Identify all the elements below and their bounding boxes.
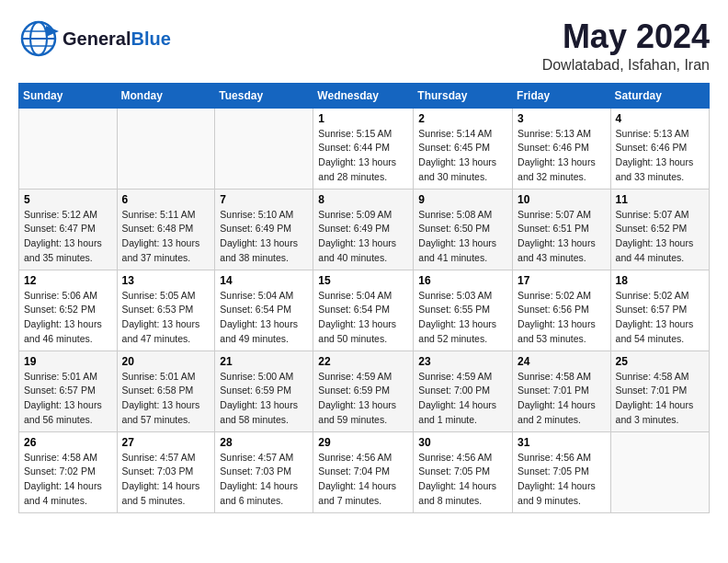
day-number: 21 [220,355,308,368]
day-info: Sunrise: 4:56 AMSunset: 7:04 PMDaylight:… [318,451,408,509]
calendar-cell: 12Sunrise: 5:06 AMSunset: 6:52 PMDayligh… [19,270,118,350]
calendar-cell: 31Sunrise: 4:56 AMSunset: 7:05 PMDayligh… [513,431,611,512]
logo-general: General [63,29,131,49]
day-info: Sunrise: 4:58 AMSunset: 7:02 PMDaylight:… [24,451,112,509]
day-number: 24 [518,355,606,368]
day-number: 17 [518,274,606,287]
calendar-cell: 30Sunrise: 4:56 AMSunset: 7:05 PMDayligh… [414,431,513,512]
day-number: 3 [518,112,606,125]
day-info: Sunrise: 5:13 AMSunset: 6:46 PMDaylight:… [616,127,704,185]
day-number: 26 [24,436,112,449]
location-title: Dowlatabad, Isfahan, Iran [542,57,710,74]
calendar-cell: 20Sunrise: 5:01 AMSunset: 6:58 PMDayligh… [117,350,215,431]
day-info: Sunrise: 5:05 AMSunset: 6:53 PMDaylight:… [122,289,210,347]
day-number: 18 [616,274,704,287]
day-number: 28 [220,436,308,449]
weekday-wednesday: Wednesday [313,83,414,108]
day-info: Sunrise: 5:01 AMSunset: 6:58 PMDaylight:… [122,370,210,428]
calendar-cell: 28Sunrise: 4:57 AMSunset: 7:03 PMDayligh… [215,431,313,512]
day-number: 12 [24,274,112,287]
day-info: Sunrise: 4:57 AMSunset: 7:03 PMDaylight:… [122,451,210,509]
day-number: 27 [122,436,210,449]
calendar-week-2: 5Sunrise: 5:12 AMSunset: 6:47 PMDaylight… [19,189,710,270]
day-number: 20 [122,355,210,368]
day-info: Sunrise: 5:15 AMSunset: 6:44 PMDaylight:… [318,127,408,185]
calendar-week-1: 1Sunrise: 5:15 AMSunset: 6:44 PMDaylight… [19,108,710,189]
day-info: Sunrise: 5:04 AMSunset: 6:54 PMDaylight:… [318,289,408,347]
day-number: 14 [220,274,308,287]
calendar-cell: 21Sunrise: 5:00 AMSunset: 6:59 PMDayligh… [215,350,313,431]
weekday-friday: Friday [513,83,611,108]
day-info: Sunrise: 4:56 AMSunset: 7:05 PMDaylight:… [418,451,507,509]
calendar-cell: 10Sunrise: 5:07 AMSunset: 6:51 PMDayligh… [513,189,611,270]
logo-icon [18,18,59,59]
calendar-cell: 24Sunrise: 4:58 AMSunset: 7:01 PMDayligh… [513,350,611,431]
day-info: Sunrise: 4:59 AMSunset: 7:00 PMDaylight:… [418,370,507,428]
page-header: GeneralBlue May 2024 Dowlatabad, Isfahan… [18,18,710,74]
month-title: May 2024 [542,18,710,55]
calendar-cell: 26Sunrise: 4:58 AMSunset: 7:02 PMDayligh… [19,431,118,512]
day-number: 25 [616,355,704,368]
day-info: Sunrise: 4:59 AMSunset: 6:59 PMDaylight:… [318,370,408,428]
weekday-monday: Monday [117,83,215,108]
day-info: Sunrise: 5:10 AMSunset: 6:49 PMDaylight:… [220,208,308,266]
day-number: 8 [318,193,408,206]
day-number: 29 [318,436,408,449]
calendar-table: SundayMondayTuesdayWednesdayThursdayFrid… [18,83,710,513]
day-number: 11 [616,193,704,206]
day-info: Sunrise: 5:14 AMSunset: 6:45 PMDaylight:… [418,127,507,185]
day-number: 19 [24,355,112,368]
day-number: 4 [616,112,704,125]
calendar-week-5: 26Sunrise: 4:58 AMSunset: 7:02 PMDayligh… [19,431,710,512]
day-info: Sunrise: 5:07 AMSunset: 6:52 PMDaylight:… [616,208,704,266]
calendar-cell [215,108,313,189]
day-number: 31 [518,436,606,449]
weekday-sunday: Sunday [19,83,118,108]
day-info: Sunrise: 4:58 AMSunset: 7:01 PMDaylight:… [616,370,704,428]
day-info: Sunrise: 5:00 AMSunset: 6:59 PMDaylight:… [220,370,308,428]
day-number: 1 [318,112,408,125]
day-info: Sunrise: 4:56 AMSunset: 7:05 PMDaylight:… [518,451,606,509]
day-info: Sunrise: 5:03 AMSunset: 6:55 PMDaylight:… [418,289,507,347]
day-info: Sunrise: 4:58 AMSunset: 7:01 PMDaylight:… [518,370,606,428]
day-info: Sunrise: 5:06 AMSunset: 6:52 PMDaylight:… [24,289,112,347]
day-number: 15 [318,274,408,287]
day-number: 23 [418,355,507,368]
day-number: 13 [122,274,210,287]
calendar-cell: 15Sunrise: 5:04 AMSunset: 6:54 PMDayligh… [313,270,414,350]
title-area: May 2024 Dowlatabad, Isfahan, Iran [542,18,710,74]
calendar-cell: 5Sunrise: 5:12 AMSunset: 6:47 PMDaylight… [19,189,118,270]
day-number: 6 [122,193,210,206]
calendar-cell: 3Sunrise: 5:13 AMSunset: 6:46 PMDaylight… [513,108,611,189]
calendar-cell: 27Sunrise: 4:57 AMSunset: 7:03 PMDayligh… [117,431,215,512]
day-number: 5 [24,193,112,206]
day-info: Sunrise: 5:04 AMSunset: 6:54 PMDaylight:… [220,289,308,347]
calendar-cell: 7Sunrise: 5:10 AMSunset: 6:49 PMDaylight… [215,189,313,270]
day-info: Sunrise: 5:02 AMSunset: 6:56 PMDaylight:… [518,289,606,347]
calendar-cell [19,108,118,189]
day-number: 16 [418,274,507,287]
day-number: 9 [418,193,507,206]
day-info: Sunrise: 4:57 AMSunset: 7:03 PMDaylight:… [220,451,308,509]
calendar-cell: 11Sunrise: 5:07 AMSunset: 6:52 PMDayligh… [610,189,709,270]
day-info: Sunrise: 5:08 AMSunset: 6:50 PMDaylight:… [418,208,507,266]
calendar-week-3: 12Sunrise: 5:06 AMSunset: 6:52 PMDayligh… [19,270,710,350]
day-info: Sunrise: 5:09 AMSunset: 6:49 PMDaylight:… [318,208,408,266]
weekday-tuesday: Tuesday [215,83,313,108]
weekday-header-row: SundayMondayTuesdayWednesdayThursdayFrid… [19,83,710,108]
calendar-cell: 25Sunrise: 4:58 AMSunset: 7:01 PMDayligh… [610,350,709,431]
calendar-cell: 23Sunrise: 4:59 AMSunset: 7:00 PMDayligh… [414,350,513,431]
calendar-cell: 9Sunrise: 5:08 AMSunset: 6:50 PMDaylight… [414,189,513,270]
calendar-cell [117,108,215,189]
day-number: 7 [220,193,308,206]
day-info: Sunrise: 5:13 AMSunset: 6:46 PMDaylight:… [518,127,606,185]
day-number: 30 [418,436,507,449]
logo-blue: Blue [131,29,170,49]
weekday-thursday: Thursday [414,83,513,108]
day-number: 10 [518,193,606,206]
calendar-cell: 13Sunrise: 5:05 AMSunset: 6:53 PMDayligh… [117,270,215,350]
calendar-cell: 16Sunrise: 5:03 AMSunset: 6:55 PMDayligh… [414,270,513,350]
calendar-cell: 29Sunrise: 4:56 AMSunset: 7:04 PMDayligh… [313,431,414,512]
calendar-cell: 22Sunrise: 4:59 AMSunset: 6:59 PMDayligh… [313,350,414,431]
calendar-week-4: 19Sunrise: 5:01 AMSunset: 6:57 PMDayligh… [19,350,710,431]
